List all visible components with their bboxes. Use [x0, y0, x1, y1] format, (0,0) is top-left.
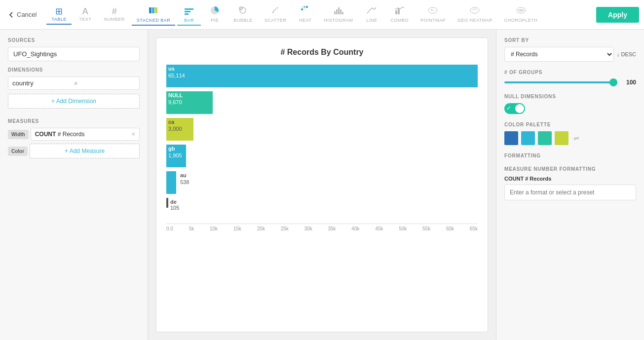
- bar-label-gb: gb: [168, 146, 175, 151]
- svg-point-7: [240, 7, 246, 13]
- tool-choropleth[interactable]: CHOROPLETH: [499, 3, 543, 26]
- bar-value-null: 9,670: [168, 99, 182, 105]
- bar-us: us 65,114: [166, 65, 478, 87]
- sources-label: SOURCES: [8, 38, 140, 43]
- palette-swatch-1[interactable]: [504, 131, 518, 145]
- tool-combo[interactable]: COMBO: [385, 3, 414, 26]
- svg-point-28: [470, 7, 479, 13]
- measure-remove-button[interactable]: ×: [132, 131, 135, 138]
- tool-pie[interactable]: PIE: [203, 3, 227, 26]
- bar-de: [166, 198, 168, 208]
- palette-swatch-4[interactable]: [555, 131, 568, 145]
- bar-row-au: au 538: [166, 171, 478, 194]
- palette-swatch-2[interactable]: [521, 131, 535, 145]
- chart-title: # Records By Country: [166, 48, 478, 57]
- sort-select[interactable]: # Records: [504, 47, 614, 62]
- svg-point-26: [431, 9, 433, 11]
- bar-value-us: 65,114: [168, 73, 185, 78]
- color-palette-section: COLOR PALETTE ⇌: [504, 122, 636, 145]
- color-measure-row: Color + Add Measure: [8, 144, 140, 158]
- format-input[interactable]: [504, 185, 636, 200]
- palette-swatch-3[interactable]: [538, 131, 552, 145]
- groups-value: 100: [621, 79, 636, 86]
- svg-rect-19: [336, 9, 338, 14]
- null-dimensions-section: NULL DIMENSIONS ✓: [504, 94, 636, 114]
- toolbar: Cancel ⊞ TABLE A TEXT # NUMBER STACKED B…: [0, 0, 644, 30]
- svg-rect-14: [303, 6, 305, 8]
- width-measure-row: Width COUNT # Records ×: [8, 128, 140, 141]
- cancel-button[interactable]: Cancel: [5, 9, 40, 20]
- measure-format-label: MEASURE NUMBER FORMATTING: [504, 166, 636, 172]
- svg-point-27: [433, 10, 434, 11]
- svg-rect-23: [395, 10, 397, 14]
- bar-value-au: 538: [180, 179, 189, 185]
- svg-rect-21: [340, 9, 341, 14]
- svg-rect-13: [301, 6, 303, 8]
- svg-rect-2: [155, 7, 157, 13]
- add-dimension-button[interactable]: + Add Dimension: [8, 94, 140, 109]
- bar-row-us: us 65,114: [166, 65, 478, 87]
- tool-bubble[interactable]: BUBBLE: [228, 3, 258, 26]
- svg-rect-3: [185, 8, 193, 10]
- svg-rect-16: [301, 8, 303, 10]
- svg-point-10: [275, 9, 276, 10]
- dimension-remove-button[interactable]: ×: [74, 80, 136, 87]
- formatting-label: FORMATTING: [504, 153, 636, 158]
- svg-rect-15: [306, 6, 308, 8]
- add-measure-button[interactable]: + Add Measure: [30, 144, 140, 158]
- tool-stacked-bar[interactable]: STACKED BAR: [132, 3, 175, 26]
- sort-by-section: SORT BY # Records ↓ DESC: [504, 38, 636, 62]
- dimension-value: country: [12, 79, 74, 87]
- left-panel: SOURCES DIMENSIONS country × + Add Dimen…: [0, 30, 148, 340]
- tool-table[interactable]: ⊞ TABLE: [46, 5, 71, 25]
- svg-point-12: [273, 10, 275, 12]
- bar-gb: gb 1,905: [166, 145, 186, 167]
- tool-bar[interactable]: BAR: [177, 3, 201, 26]
- num-groups-section: # OF GROUPS 100: [504, 70, 636, 86]
- apply-button[interactable]: Apply: [596, 7, 639, 23]
- bar-value-gb: 1,905: [168, 152, 182, 158]
- formatting-section: FORMATTING: [504, 153, 636, 158]
- tool-heat[interactable]: HEAT: [294, 3, 317, 26]
- main-layout: SOURCES DIMENSIONS country × + Add Dimen…: [0, 30, 644, 340]
- bar-row-ca: ca 3,000: [166, 118, 478, 141]
- tool-line[interactable]: LINE: [360, 3, 383, 26]
- tool-geo-heatmap[interactable]: GEO HEATMAP: [453, 3, 497, 26]
- num-groups-label: # OF GROUPS: [504, 70, 636, 75]
- groups-slider[interactable]: [504, 81, 617, 83]
- tool-number[interactable]: # NUMBER: [99, 5, 130, 25]
- null-dimensions-toggle[interactable]: ✓: [504, 103, 525, 114]
- color-palette-label: COLOR PALETTE: [504, 122, 636, 127]
- tool-pointmap[interactable]: POINTMAP: [416, 3, 451, 26]
- bar-label-de: de: [170, 199, 177, 205]
- source-input[interactable]: [8, 47, 140, 61]
- bar-value-de: 105: [170, 205, 179, 211]
- bar-label-us: us: [168, 66, 175, 72]
- sort-direction-button[interactable]: ↓ DESC: [617, 51, 636, 57]
- palette-swap-button[interactable]: ⇌: [573, 134, 579, 142]
- measure-input[interactable]: COUNT # Records ×: [31, 128, 140, 141]
- color-badge: Color: [8, 147, 28, 156]
- svg-rect-22: [342, 12, 343, 14]
- toggle-row: ✓: [504, 103, 636, 114]
- tool-histogram[interactable]: HISTOGRAM: [319, 3, 358, 26]
- svg-rect-20: [338, 7, 340, 14]
- right-panel: SORT BY # Records ↓ DESC # OF GROUPS 100…: [496, 30, 644, 340]
- bar-ca: ca 3,000: [166, 118, 193, 141]
- svg-rect-5: [185, 13, 189, 15]
- tool-text[interactable]: A TEXT: [74, 5, 97, 25]
- svg-point-9: [272, 12, 274, 13]
- bar-au: au 538: [166, 171, 176, 194]
- svg-rect-17: [303, 8, 305, 10]
- width-badge: Width: [8, 130, 29, 139]
- palette-row: ⇌: [504, 131, 636, 145]
- svg-point-25: [428, 7, 437, 13]
- bar-de-container: de 105: [166, 198, 478, 208]
- x-axis: 0.0 5k 10k 15k 20k 25k 30k 35k 40k 45k 5…: [166, 224, 478, 231]
- slider-row: 100: [504, 79, 636, 86]
- tool-scatter[interactable]: SCATTER: [260, 3, 292, 26]
- bar-null: NULL 9,670: [166, 91, 213, 114]
- bar-row-gb: gb 1,905: [166, 145, 478, 167]
- bar-row-de: de 105: [166, 198, 478, 208]
- svg-rect-18: [334, 11, 336, 14]
